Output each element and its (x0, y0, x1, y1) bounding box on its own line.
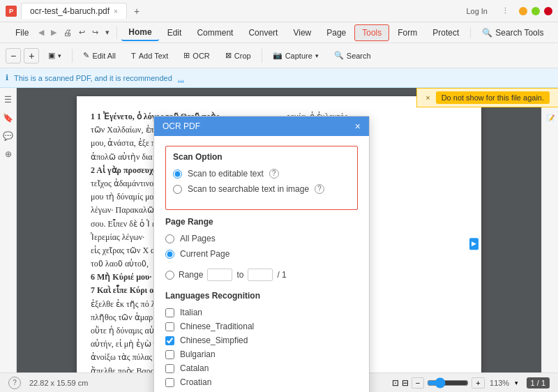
lang-catalan[interactable]: Catalan (165, 363, 358, 373)
range-radio[interactable] (165, 271, 174, 280)
crop-btn[interactable]: ⊠ Crop (219, 48, 257, 63)
left-panel-btn-1[interactable]: ☰ (2, 93, 15, 106)
scan-editable-help[interactable]: ? (269, 169, 279, 179)
range-to-input[interactable] (248, 269, 273, 281)
left-panel-btn-4[interactable]: ⊕ (2, 148, 15, 160)
zoom-page-btn[interactable]: ⊟ (402, 378, 409, 388)
ocr-btn[interactable]: ⊞ OCR (177, 48, 216, 63)
notification-text: This is a scanned PDF, and it is recomme… (14, 74, 172, 82)
maximize-btn[interactable] (531, 7, 540, 15)
title-bar: P ocr-test_4-baruch.pdf × + Log In ⋮ (0, 0, 558, 22)
scan-searchable-label: Scan to searchable text in image (188, 184, 309, 194)
ocr-dialog-title: OCR PDF (163, 121, 200, 131)
left-panel-btn-2[interactable]: 🔖 (2, 112, 15, 124)
scan-searchable-help[interactable]: ? (315, 184, 324, 194)
zoom-plus-btn[interactable]: + (472, 377, 484, 389)
close-btn[interactable] (544, 7, 552, 15)
range-from-input[interactable] (207, 269, 232, 281)
menu-form[interactable]: Form (391, 25, 424, 40)
minimize-btn[interactable] (519, 7, 527, 15)
current-page-radio[interactable] (165, 250, 174, 259)
undo-btn[interactable]: ↩ (77, 27, 86, 38)
menu-home[interactable]: Home (121, 24, 158, 41)
add-text-btn[interactable]: T Add Text (125, 49, 174, 63)
lang-chinese-traditional-checkbox[interactable] (165, 322, 174, 331)
zoom-slider[interactable] (427, 377, 469, 389)
range-row: Range to / 1 (165, 269, 358, 281)
ocr-notif-close[interactable]: × (425, 93, 430, 102)
scan-editable-radio[interactable] (173, 169, 182, 179)
forward-btn[interactable]: ▶ (50, 27, 58, 38)
redo-btn[interactable]: ↪ (91, 27, 100, 38)
do-not-show-btn[interactable]: Do not show for this file again. (436, 91, 550, 104)
menu-search-tools[interactable]: 🔍 Search Tools (475, 25, 550, 40)
scan-editable-option[interactable]: Scan to editable text ? (173, 169, 350, 179)
ocr-dialog-close-btn[interactable]: × (355, 121, 361, 132)
search-tools-icon: 🔍 (482, 28, 492, 38)
menu-tools[interactable]: Tools (354, 24, 389, 41)
lang-chinese-simpfied-checkbox[interactable] (165, 336, 174, 345)
ocr-dialog-header: OCR PDF × (154, 116, 369, 136)
login-btn[interactable]: Log In (462, 6, 492, 17)
zoom-in-btn[interactable]: + (24, 48, 39, 63)
menu-icon[interactable]: ⋮ (497, 5, 513, 17)
left-panel-btn-3[interactable]: 💬 (2, 130, 15, 142)
dropdown-btn[interactable]: ▾ (104, 27, 111, 38)
languages-section: Languages Recognition Italian Chinese_Tr… (165, 291, 358, 392)
range-label: Range (179, 270, 203, 280)
lang-croatian[interactable]: Croatian (165, 377, 358, 387)
scan-option-section: Scan Option Scan to editable text ? Scan… (165, 146, 358, 210)
lang-bulgarian-label: Bulgarian (180, 349, 216, 359)
scan-radio-group: Scan to editable text ? Scan to searchab… (173, 169, 350, 194)
left-panel: ☰ 🔖 💬 ⊕ (0, 88, 17, 372)
current-page-label: Current Page (180, 249, 229, 259)
current-page-option[interactable]: Current Page (165, 249, 358, 259)
select-tool-btn[interactable]: ▣ ▾ (42, 48, 68, 63)
print-btn[interactable]: 🖨 (62, 27, 73, 39)
scan-searchable-radio[interactable] (173, 185, 182, 194)
menu-convert[interactable]: Convert (241, 25, 285, 40)
tab-filename: ocr-test_4-baruch.pdf (30, 6, 110, 16)
right-panel-btn-2[interactable]: 📝 (544, 112, 557, 124)
lang-bulgarian[interactable]: Bulgarian (165, 349, 358, 359)
search-btn[interactable]: 🔍 Search (328, 48, 377, 63)
lang-catalan-checkbox[interactable] (165, 364, 174, 373)
add-tab-btn[interactable]: + (130, 4, 144, 18)
menu-page[interactable]: Page (319, 25, 353, 40)
lang-bulgarian-checkbox[interactable] (165, 350, 174, 359)
lang-italian[interactable]: Italian (165, 308, 358, 317)
lang-chinese-simpfied[interactable]: Chinese_Simpfied (165, 336, 358, 345)
scan-option-title: Scan Option (173, 152, 350, 162)
notification-link[interactable]: ... (178, 74, 184, 82)
back-btn[interactable]: ◀ (37, 27, 45, 38)
lang-chinese-traditional[interactable]: Chinese_Traditional (165, 322, 358, 331)
capture-btn[interactable]: 📷 Capture ▾ (266, 48, 325, 63)
tab-close-btn[interactable]: × (114, 8, 118, 15)
active-tab[interactable]: ocr-test_4-baruch.pdf × (21, 3, 127, 19)
range-total: / 1 (277, 270, 286, 280)
menu-edit[interactable]: Edit (160, 25, 189, 40)
edit-all-btn[interactable]: ✎ Edit All (77, 48, 122, 63)
lang-chinese-simpfied-label: Chinese_Simpfied (180, 336, 248, 345)
menu-comment[interactable]: Comment (190, 25, 240, 40)
zoom-fit-btn[interactable]: ⊡ (392, 378, 399, 388)
toolbar-sep-2 (262, 49, 262, 63)
zoom-minus-btn[interactable]: − (412, 377, 424, 389)
languages-checkbox-group: Italian Chinese_Traditional Chinese_Simp… (165, 308, 358, 392)
file-section: File ◀ ▶ 🖨 ↩ ↪ ▾ (6, 27, 117, 39)
window-controls (519, 7, 552, 15)
zoom-out-btn[interactable]: − (6, 48, 21, 63)
menu-protect[interactable]: Protect (425, 25, 466, 40)
all-pages-option[interactable]: All Pages (165, 234, 358, 243)
help-btn[interactable]: ? (8, 377, 21, 389)
lang-italian-checkbox[interactable] (165, 308, 174, 317)
range-to-label: to (236, 270, 243, 280)
file-menu[interactable]: File (11, 27, 33, 39)
menu-view[interactable]: View (286, 25, 318, 40)
all-pages-radio[interactable] (165, 234, 174, 243)
notification-bar: ℹ This is a scanned PDF, and it is recom… (0, 68, 558, 88)
scan-searchable-option[interactable]: Scan to searchable text in image ? (173, 184, 350, 194)
lang-croatian-checkbox[interactable] (165, 378, 174, 387)
zoom-dropdown-btn[interactable]: ▾ (515, 379, 518, 386)
languages-title: Languages Recognition (165, 291, 358, 301)
